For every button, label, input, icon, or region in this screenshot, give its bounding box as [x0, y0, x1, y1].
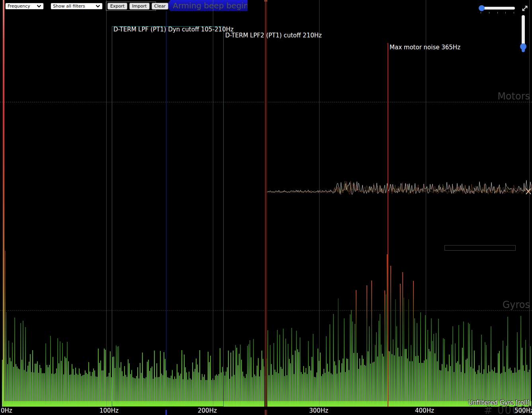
axis-tick-300hz: 300Hz [309, 407, 328, 414]
max-motor-noise-label: Max motor noise 365Hz [390, 44, 460, 51]
import-button[interactable]: Import [129, 3, 150, 10]
max-motor-noise-line [388, 43, 388, 407]
filters-select[interactable]: Show all filters [51, 3, 103, 10]
gridline-400hz [426, 0, 426, 407]
vertical-zoom-slider[interactable] [522, 15, 525, 46]
filter-buttons-group: Export Import Clear [106, 2, 156, 11]
clear-button[interactable]: Clear [152, 3, 169, 10]
cursor-bottom-tick-core [265, 410, 266, 415]
slider-tick-marks [481, 12, 514, 14]
axis-tick-0hz: 0Hz [1, 407, 12, 414]
frequency-select-value: Frequency [8, 4, 30, 9]
filters-select-value: Show all filters [53, 4, 85, 9]
frequency-axis: # 00000 0Hz 100Hz 200Hz 300Hz 400Hz 500H… [0, 407, 532, 415]
expand-icon[interactable] [521, 4, 529, 12]
gridline-300hz [319, 0, 320, 407]
dterm-lpf-range-box [112, 26, 224, 407]
axis-tick-500hz: 500Hz [514, 407, 532, 414]
blackbox-analyser-view: Motors Gyros Arming beep begins D-TERM L… [0, 0, 532, 415]
axis-tick-200hz: 200Hz [198, 407, 217, 414]
axis-tick-400hz: 400Hz [415, 407, 434, 414]
chevron-down-icon [37, 5, 41, 8]
dterm-lpf-label: D-TERM LPF (PT1) Dyn cutoff 105-210Hz [113, 26, 234, 33]
zoom-window-box [444, 245, 516, 251]
gridline-100hz [106, 0, 107, 407]
event-marker-banner: Arming beep begins [166, 0, 247, 11]
horizontal-zoom-slider[interactable] [479, 5, 515, 15]
event-bottom-tick [166, 410, 167, 415]
chevron-down-icon [95, 5, 100, 8]
dterm-lpf2-label: D-TERM LPF2 (PT1) cutoff 210Hz [225, 32, 322, 39]
slider-thumb[interactable] [479, 5, 485, 11]
axis-tick-100hz: 100Hz [99, 407, 119, 414]
time-cursor-line [265, 0, 266, 407]
frequency-select[interactable]: Frequency [5, 3, 44, 10]
slider-thumb-stem[interactable] [522, 48, 525, 52]
gridline-500hz [529, 0, 530, 407]
export-button[interactable]: Export [107, 3, 127, 10]
time-cursor-top [264, 0, 267, 2]
